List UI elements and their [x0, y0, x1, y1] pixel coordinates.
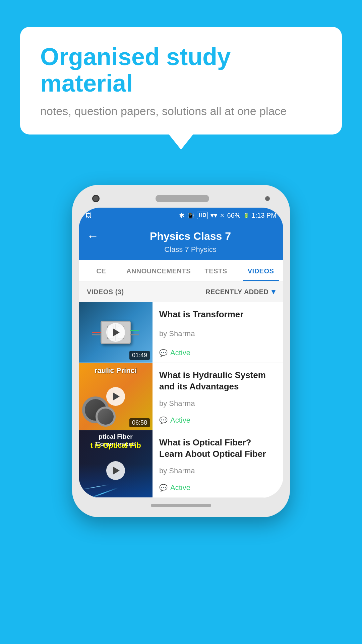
status-label-2: Active — [170, 416, 190, 425]
battery-icon: 🔋 — [243, 213, 249, 218]
play-button-3[interactable] — [106, 461, 125, 480]
videos-header: VIDEOS (3) RECENTLY ADDED ▾ — [79, 281, 283, 302]
app-breadcrumb: Class 7 Physics — [87, 245, 275, 254]
vibrate-icon: 📳 — [187, 212, 194, 219]
phone-home-bar — [151, 504, 211, 507]
video-item-3[interactable]: ptical Fiber Communicati t is Optical Fi… — [79, 430, 283, 498]
status-label-1: Active — [170, 348, 190, 357]
speech-bubble: Organised study material notes, question… — [20, 27, 342, 135]
back-button[interactable]: ← — [87, 229, 99, 243]
video-info-3: What is Optical Fiber? Learn About Optic… — [153, 430, 283, 497]
video-thumbnail-3: ptical Fiber Communicati t is Optical Fi… — [79, 430, 153, 497]
chevron-down-icon: ▾ — [272, 287, 276, 296]
phone-sensor — [265, 196, 270, 201]
tab-videos[interactable]: VIDEOS — [238, 260, 283, 281]
tab-tests[interactable]: TESTS — [193, 260, 238, 281]
sort-label: RECENTLY ADDED — [205, 288, 269, 296]
photo-icon: 🖼 — [85, 212, 92, 219]
status-label-3: Active — [170, 483, 190, 492]
battery-percent: 66% — [227, 212, 240, 219]
phone-screen: 🖼 ✱ 📳 HD ▾▾ ✕ 66% 🔋 1:13 PM — [79, 208, 283, 498]
top-section: Organised study material notes, question… — [0, 0, 362, 165]
video-info-2: What is Hydraulic System and its Advanta… — [153, 363, 283, 430]
video-duration-1: 01:49 — [129, 351, 150, 360]
chat-icon-2: 💬 — [159, 416, 168, 424]
video-status-2: 💬 Active — [159, 416, 277, 425]
speech-bubble-title: Organised study material — [40, 44, 322, 97]
phone-outer: 🖼 ✱ 📳 HD ▾▾ ✕ 66% 🔋 1:13 PM — [72, 185, 290, 517]
phone-hardware-bottom — [79, 498, 283, 511]
app-bar: ← Physics Class 7 Class 7 Physics — [79, 223, 283, 260]
status-left-icons: 🖼 — [85, 212, 92, 219]
app-title: Physics Class 7 — [106, 230, 275, 243]
video-author-3: by Sharma — [159, 467, 277, 475]
video-author-2: by Sharma — [159, 399, 277, 408]
app-bar-top: ← Physics Class 7 — [87, 229, 275, 243]
speech-bubble-subtitle: notes, question papers, solutions all at… — [40, 105, 322, 118]
status-bar: 🖼 ✱ 📳 HD ▾▾ ✕ 66% 🔋 1:13 PM — [79, 208, 283, 223]
video-list: 01:49 What is Transformer by Sharma 💬 Ac… — [79, 302, 283, 498]
video-status-1: 💬 Active — [159, 348, 277, 357]
video-thumbnail-1: 01:49 — [79, 302, 153, 363]
status-right-info: ✱ 📳 HD ▾▾ ✕ 66% 🔋 1:13 PM — [179, 211, 277, 219]
thumb-text-hydraulic: raulic Princi — [79, 366, 153, 375]
chat-icon-3: 💬 — [159, 484, 168, 492]
tab-announcements[interactable]: ANNOUNCEMENTS — [124, 260, 193, 281]
video-item-2[interactable]: raulic Princi 06:58 What is — [79, 363, 283, 430]
tab-ce[interactable]: CE — [79, 260, 124, 281]
app-background: Organised study material notes, question… — [0, 0, 362, 644]
clock: 1:13 PM — [252, 212, 277, 219]
hd-badge: HD — [197, 212, 208, 219]
phone-speaker — [156, 195, 209, 202]
phone-wrapper: 🖼 ✱ 📳 HD ▾▾ ✕ 66% 🔋 1:13 PM — [0, 165, 362, 517]
signal-x-icon: ✕ — [220, 212, 224, 219]
play-button-2[interactable] — [106, 387, 125, 406]
thumb-text-optical-mid: t is Optical Fib — [79, 441, 153, 450]
tab-bar: CE ANNOUNCEMENTS TESTS VIDEOS — [79, 260, 283, 281]
video-author-1: by Sharma — [159, 329, 277, 338]
phone-hardware-top — [79, 192, 283, 208]
sort-button[interactable]: RECENTLY ADDED ▾ — [205, 287, 275, 296]
video-thumbnail-2: raulic Princi 06:58 — [79, 363, 153, 430]
video-title-1: What is Transformer — [159, 309, 277, 320]
play-button-1[interactable] — [106, 323, 125, 342]
video-item-1[interactable]: 01:49 What is Transformer by Sharma 💬 Ac… — [79, 302, 283, 363]
chat-icon-1: 💬 — [159, 349, 168, 357]
phone-camera — [92, 195, 100, 202]
video-duration-2: 06:58 — [129, 418, 150, 427]
video-status-3: 💬 Active — [159, 483, 277, 492]
videos-count-label: VIDEOS (3) — [87, 288, 124, 296]
wifi-icon: ▾▾ — [210, 211, 217, 219]
bluetooth-icon: ✱ — [179, 211, 185, 219]
video-title-3: What is Optical Fiber? Learn About Optic… — [159, 437, 277, 460]
video-title-2: What is Hydraulic System and its Advanta… — [159, 370, 277, 392]
video-info-1: What is Transformer by Sharma 💬 Active — [153, 302, 283, 363]
